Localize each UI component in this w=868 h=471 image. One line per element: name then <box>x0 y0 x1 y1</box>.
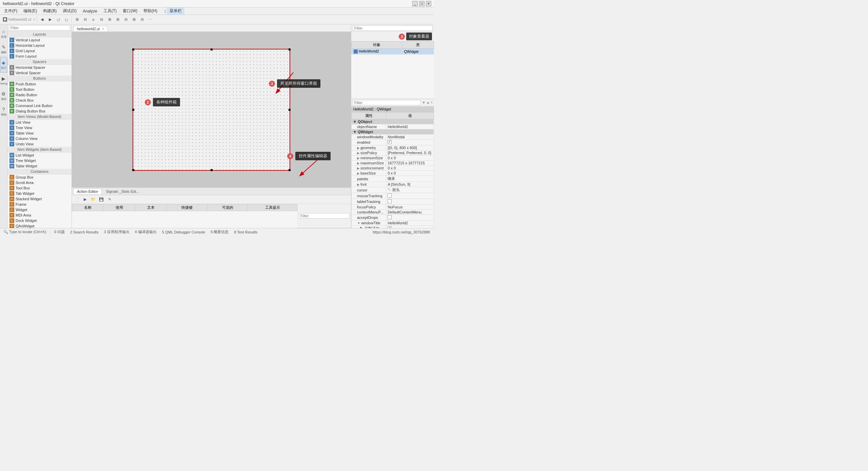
toolbox-item-stacked-widget[interactable]: C Stacked Widget <box>7 196 72 202</box>
toolbox-item-v-spacer[interactable]: S Vertical Spacer <box>7 70 72 76</box>
sizepolicy-expand[interactable]: ▶ <box>357 151 360 155</box>
toolbox-item-table-widget[interactable]: W Table Widget <box>7 163 72 169</box>
menu-analyze[interactable]: Analyze <box>80 8 100 14</box>
toolbox-item-column-view[interactable]: V Column View <box>7 136 72 141</box>
prop-row-enabled[interactable]: enabled <box>352 140 434 145</box>
resize-handle-tc[interactable] <box>211 48 213 50</box>
status-item-problems[interactable]: 0 问题 <box>52 229 66 234</box>
toolbox-category-item-widgets[interactable]: Item Widgets (Item-Based) <box>7 147 72 152</box>
resize-handle-tl[interactable] <box>132 48 134 50</box>
toolbox-item-list-widget[interactable]: W List Widget <box>7 152 72 158</box>
side-btn-project[interactable]: ⚙ 项目 <box>0 88 7 104</box>
toolbar-btn-11[interactable]: ⊟ <box>122 16 130 23</box>
prop-row-windowmodality[interactable]: windowModality NonModal <box>352 135 434 140</box>
resize-handle-bl[interactable] <box>132 169 134 171</box>
basesize-expand[interactable]: ▶ <box>357 171 360 175</box>
prop-filter-input[interactable] <box>353 100 421 105</box>
toolbox-item-table-view[interactable]: V Table View <box>7 130 72 136</box>
toolbox-item-vertical-layout[interactable]: L Vertical Layout <box>7 37 72 43</box>
menu-window[interactable]: 窗口(W) <box>120 7 140 15</box>
toolbar-btn-4[interactable]: ⭮ <box>63 16 70 23</box>
toolbox-item-tree-widget[interactable]: W Tree Widget <box>7 158 72 163</box>
prop-row-palette[interactable]: palette 继承 <box>352 176 434 182</box>
prop-row-maxsize[interactable]: ▶maximumSize 16777215 x 16777215 <box>352 161 434 166</box>
prop-row-mousetracking[interactable]: mouseTracking <box>352 193 434 199</box>
toolbox-item-grid-layout[interactable]: L Grid Layout <box>7 48 72 54</box>
toolbar-btn-12[interactable]: ⊞ <box>130 16 138 23</box>
toolbar-btn-14[interactable]: ⋯ <box>146 16 154 23</box>
tablettracking-checkbox[interactable] <box>388 199 392 203</box>
prop-row-basesize[interactable]: ▶baseSize 0 x 0 <box>352 171 434 176</box>
toolbox-item-mdi-area[interactable]: C MDI Area <box>7 212 72 218</box>
toolbox-item-qaxwidget[interactable]: C QAxWidget <box>7 223 72 228</box>
resize-handle-bc[interactable] <box>211 169 213 171</box>
maximize-btn[interactable]: □ <box>419 1 425 6</box>
toolbox-category-containers[interactable]: Containers <box>7 169 72 175</box>
menu-edit[interactable]: 编辑(E) <box>21 7 40 15</box>
prop-row-contextmenu[interactable]: contextMenuP... DefaultContextMenu <box>352 210 434 215</box>
menu-file[interactable]: 文件(F) <box>1 7 20 15</box>
geometry-expand[interactable]: ▶ <box>357 146 360 150</box>
menu-build[interactable]: 构建(B) <box>40 7 59 15</box>
enabled-checkbox[interactable] <box>388 140 392 144</box>
toolbox-item-command-link[interactable]: B Command Link Button <box>7 103 72 108</box>
sizeinc-expand[interactable]: ▶ <box>357 166 360 170</box>
window-controls[interactable]: _ □ × <box>412 1 431 6</box>
tab-action-editor[interactable]: Action Editor <box>73 188 102 194</box>
toolbox-item-radio-button[interactable]: B Radio Button <box>7 92 72 98</box>
toolbar-btn-9[interactable]: ⊞ <box>106 16 113 23</box>
toolbar-btn-8[interactable]: ⊟ <box>98 16 105 23</box>
toolbox-item-h-spacer[interactable]: S Horizontal Spacer <box>7 65 72 70</box>
prop-row-minsize[interactable]: ▶minimumSize 0 x 0 <box>352 156 434 161</box>
action-save-btn[interactable]: 💾 <box>98 196 105 203</box>
side-btn-edit[interactable]: ✎ 编辑 <box>0 41 7 57</box>
toolbox-category-spacers[interactable]: Spacers <box>7 59 72 65</box>
menu-tools[interactable]: 工具(T) <box>101 7 119 15</box>
toolbar-btn-13[interactable]: ⊟ <box>138 16 146 23</box>
action-edit-btn[interactable]: ✎ <box>106 196 113 203</box>
toolbar-btn-2[interactable]: ▶ <box>46 16 54 23</box>
acceptdrops-checkbox[interactable] <box>388 215 392 219</box>
prop-row-acceptdrops[interactable]: acceptDrops <box>352 215 434 221</box>
toolbox-item-tool-box[interactable]: C Tool Box <box>7 185 72 191</box>
toolbox-item-widget[interactable]: C Widget <box>7 207 72 212</box>
prop-row-objectname[interactable]: objectName HelloWorld2 <box>352 124 434 129</box>
design-canvas[interactable] <box>133 49 290 171</box>
toolbox-category-layouts[interactable]: Layouts <box>7 32 72 37</box>
prop-row-sizepolicy[interactable]: ▶sizePolicy [Preferred, Preferred, 0, 0] <box>352 150 434 156</box>
prop-row-sizeinc[interactable]: ▶sizeIncrement 0 x 0 <box>352 166 434 171</box>
design-area[interactable]: 2 各种组件箱 3 所见即所得窗口界面 <box>72 32 351 187</box>
action-new-btn[interactable]: 📄 <box>73 196 81 203</box>
resize-handle-ml[interactable] <box>132 109 134 111</box>
toolbox-category-item-views[interactable]: Item Views (Model-Based) <box>7 114 72 120</box>
status-item-search[interactable]: 🔍 Type to locate (Ctrl+K) <box>1 230 48 234</box>
menu-help[interactable]: 帮助(H) <box>141 7 160 15</box>
toolbox-item-dock-widget[interactable]: C Dock Widget <box>7 218 72 223</box>
prop-row-focuspolicy[interactable]: focusPolicy NoFocus <box>352 205 434 210</box>
windowtitle-expand[interactable]: ▼ <box>357 221 360 225</box>
toolbox-category-buttons[interactable]: Buttons <box>7 76 72 81</box>
toolbar-btn-3[interactable]: ⭯ <box>55 16 62 23</box>
toolbox-item-frame[interactable]: C Frame <box>7 202 72 207</box>
minsize-expand[interactable]: ▶ <box>357 156 360 160</box>
maxsize-expand[interactable]: ▶ <box>357 161 360 165</box>
prop-row-tablettracking[interactable]: tabletTracking <box>352 199 434 205</box>
action-play-btn[interactable]: ▶ <box>81 196 89 203</box>
tab-close-btn[interactable]: × <box>102 27 104 31</box>
prop-row-cursor[interactable]: cursor ↖ 箭头 <box>352 187 434 193</box>
resize-handle-tr[interactable] <box>289 48 291 50</box>
side-btn-debug[interactable]: ▶ Debug <box>0 73 7 88</box>
status-item-qml-debugger[interactable]: 5 QML Debugger Console <box>160 230 207 234</box>
resize-handle-mr[interactable] <box>289 109 291 111</box>
obj-row-helloworld2[interactable]: HelloWorld2 QWidget <box>352 48 434 55</box>
prop-row-translatable[interactable]: ▶ 可翻译的 <box>352 226 434 228</box>
toolbox-item-form-layout[interactable]: L Form Layout <box>7 54 72 59</box>
toolbox-item-undo-view[interactable]: V Undo View <box>7 141 72 147</box>
font-expand[interactable]: ▶ <box>357 183 360 186</box>
side-btn-design[interactable]: ◈ 设计 <box>0 57 7 73</box>
status-item-test-results[interactable]: 8 Test Results <box>232 230 259 234</box>
resize-handle-br[interactable] <box>289 169 291 171</box>
toolbar-close-x[interactable]: × <box>33 18 35 21</box>
toolbar-btn-7[interactable]: ≡ <box>90 16 97 23</box>
prop-row-font[interactable]: ▶font A [SimSun, 9] <box>352 182 434 187</box>
